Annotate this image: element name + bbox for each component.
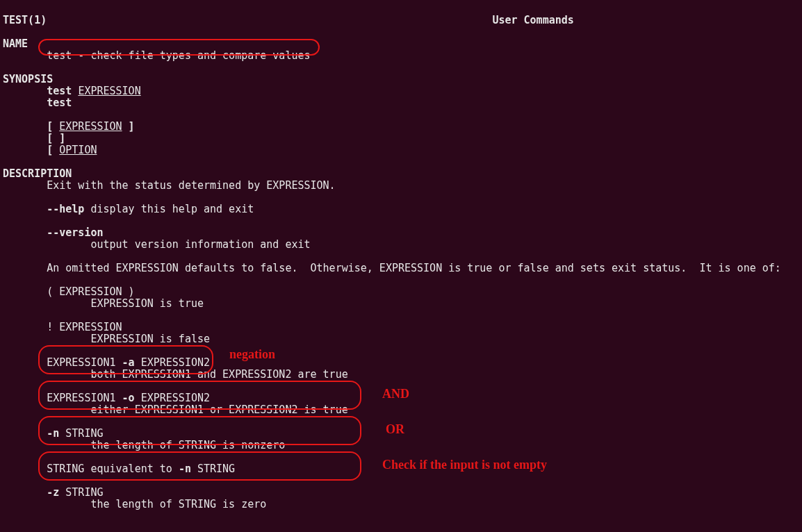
or-flag: -o: [122, 392, 135, 404]
equiv-b: -n: [179, 463, 191, 475]
header-left: TEST(1): [3, 14, 47, 26]
syn-bracket-empty: [ ]: [47, 132, 65, 144]
n-desc: the length of STRING is nonzero: [90, 439, 285, 451]
or-expr-desc: either EXPRESSION1 or EXPRESSION2 is tru…: [90, 404, 347, 416]
annot-negation: negation: [229, 349, 275, 360]
syn-bracket-open-2: [: [47, 144, 59, 156]
z-string: STRING: [59, 486, 103, 499]
help-text: display this help and exit: [84, 203, 254, 215]
neg-expr-head: ! EXPRESSION: [47, 321, 122, 333]
syn-test-2: test: [47, 97, 72, 109]
equiv-c: STRING: [191, 463, 235, 475]
section-name: NAME: [3, 38, 28, 50]
paren-expr-desc: EXPRESSION is true: [90, 297, 204, 310]
z-flag: -z: [47, 486, 59, 499]
version-text: output version information and exit: [90, 238, 310, 251]
and-expr-desc: both EXPRESSION1 and EXPRESSION2 are tru…: [90, 368, 347, 381]
manpage-terminal: TEST(1) User Commands NAME test - check …: [0, 0, 802, 513]
desc-omitted: An omitted EXPRESSION defaults to false.…: [47, 262, 781, 274]
neg-expr-desc: EXPRESSION is false: [90, 333, 210, 345]
syn-bracket-close-1: ]: [122, 120, 135, 133]
and-expr-head-a: EXPRESSION1: [47, 356, 122, 369]
z-desc: the length of STRING is zero: [90, 498, 266, 510]
desc-intro: Exit with the status determined by EXPRE…: [47, 179, 335, 192]
section-description: DESCRIPTION: [3, 167, 72, 180]
or-expr-head-b: EXPRESSION2: [135, 392, 210, 404]
equiv-a: STRING equivalent to: [47, 463, 179, 475]
n-string: STRING: [59, 427, 103, 440]
syn-expression-1: EXPRESSION: [78, 85, 140, 97]
annot-or: OR: [386, 424, 404, 435]
or-expr-head-a: EXPRESSION1: [47, 392, 122, 404]
section-synopsis: SYNOPSIS: [3, 73, 53, 85]
version-flag: --version: [47, 226, 103, 239]
annot-nonempty: Check if the input is not empty: [382, 459, 547, 471]
syn-test-1: test: [47, 85, 72, 97]
annot-and: AND: [382, 388, 409, 400]
n-flag: -n: [47, 427, 59, 440]
name-line: test - check file types and compare valu…: [47, 49, 310, 62]
syn-bracket-open-1: [: [47, 120, 59, 133]
header-center: User Commands: [492, 14, 573, 26]
syn-option: OPTION: [59, 144, 97, 156]
paren-expr-head: ( EXPRESSION ): [47, 285, 134, 298]
help-flag: --help: [47, 203, 84, 215]
and-expr-head-b: EXPRESSION2: [135, 356, 210, 369]
and-flag: -a: [122, 356, 135, 369]
syn-expression-2: EXPRESSION: [59, 120, 122, 133]
